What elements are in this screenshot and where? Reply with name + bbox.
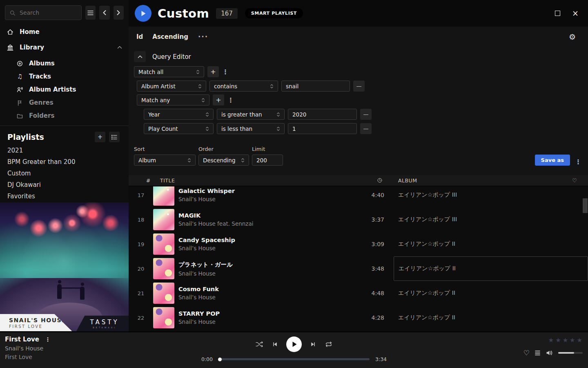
star-icon[interactable]: ★ [548, 337, 554, 344]
add-rule-button[interactable]: + [213, 94, 224, 105]
match-type-select[interactable]: Match any [137, 94, 209, 105]
rule-operator-select[interactable]: contains [209, 81, 278, 92]
star-icon[interactable]: ★ [577, 337, 583, 344]
back-button[interactable] [99, 6, 109, 20]
order-select[interactable]: Descending [198, 155, 249, 166]
rule-field-select[interactable]: Play Count [144, 123, 214, 134]
sidebar-item-home[interactable]: Home [0, 25, 129, 39]
add-playlist-button[interactable]: + [95, 132, 105, 142]
group-menu-button[interactable]: ⋮ [227, 96, 234, 104]
rule-operator-select[interactable]: is greater than [217, 109, 285, 120]
rule-operator-select[interactable]: is less than [217, 123, 285, 134]
play-pause-button[interactable] [286, 337, 302, 352]
chevron-up-icon[interactable] [117, 46, 122, 49]
next-button[interactable] [310, 341, 316, 348]
shuffle-button[interactable] [255, 341, 263, 348]
column-header-album[interactable]: ALBUM [398, 177, 417, 184]
save-as-button[interactable]: Save as [535, 155, 570, 166]
star-icon[interactable]: ★ [555, 337, 561, 344]
limit-input[interactable] [256, 157, 278, 164]
volume-icon[interactable] [546, 350, 553, 356]
rule-value-input[interactable] [286, 83, 345, 90]
add-rule-button[interactable]: + [207, 66, 219, 77]
select-value: Descending [203, 157, 235, 164]
table-row[interactable]: 18 MAGIK Snail’s House feat. Sennzai 3:3… [129, 207, 588, 232]
home-icon [7, 28, 14, 36]
rule-value-field[interactable] [281, 81, 350, 92]
track-album-cell[interactable]: エイリアン☆ポップ III [394, 207, 588, 232]
track-menu-button[interactable]: ⋮ [45, 336, 51, 343]
now-playing-title: First Love [5, 336, 39, 343]
volume-slider[interactable] [558, 352, 583, 354]
track-album-cell[interactable]: エイリアン☆ポップ II [394, 281, 588, 305]
maximize-button[interactable] [555, 11, 560, 16]
previous-button[interactable] [272, 341, 278, 348]
track-album-cell-focused[interactable]: エイリアン☆ポップ II [394, 256, 588, 281]
playlist-item[interactable]: BPM Greater than 200 [0, 156, 129, 168]
playlist-item[interactable]: Favorites [0, 191, 129, 202]
limit-field[interactable] [252, 155, 283, 166]
track-title: プラネット・ガール [178, 261, 357, 269]
repeat-button[interactable] [325, 341, 333, 348]
rule-field-select[interactable]: Album Artist [137, 81, 206, 92]
playlist-item[interactable]: Custom [0, 168, 129, 179]
close-button[interactable]: × [572, 9, 579, 17]
rule-field-select[interactable]: Year [144, 109, 214, 120]
remove-rule-button[interactable]: — [360, 109, 372, 120]
table-row[interactable]: 19 Candy Spaceship Snail’s House 3:09 エイ… [129, 232, 588, 256]
duration-column-icon[interactable] [377, 177, 383, 183]
sidebar-item-albums[interactable]: Albums [0, 57, 129, 70]
star-icon[interactable]: ★ [563, 337, 568, 344]
track-artist: Snail’s House feat. Sennzai [178, 220, 357, 227]
playlist-item[interactable]: 2021 [0, 145, 129, 156]
sidebar-item-album-artists[interactable]: Album Artists [0, 83, 129, 96]
toolbar-more-button[interactable]: ··· [198, 33, 208, 41]
table-row[interactable]: 21 Cosmo Funk Snail’s House 4:48 エイリアン☆ポ… [129, 281, 588, 305]
favorite-button[interactable]: ♡ [523, 349, 530, 357]
track-album: エイリアン☆ポップ II [398, 314, 455, 321]
queue-icon[interactable] [535, 350, 541, 356]
search-input[interactable] [19, 9, 65, 16]
sidebar-item-folders[interactable]: Folders [0, 109, 129, 122]
sort-direction-button[interactable]: Ascending [152, 33, 188, 40]
rule-value-input[interactable] [292, 111, 352, 118]
remove-rule-button[interactable]: — [360, 123, 372, 134]
rule-value-field[interactable] [288, 109, 357, 120]
sidebar-item-library[interactable]: Library [0, 40, 129, 54]
group-menu-button[interactable]: ⋮ [222, 68, 229, 76]
track-album-cell[interactable]: エイリアン☆ポップ III [394, 186, 588, 207]
remove-rule-button[interactable]: — [353, 81, 365, 92]
seek-bar[interactable] [218, 358, 370, 360]
scrollbar-thumb[interactable] [583, 198, 588, 213]
select-updown-icon [270, 83, 274, 89]
seek-handle[interactable] [218, 357, 222, 361]
match-type-select[interactable]: Match all [134, 66, 204, 77]
rating-stars[interactable]: ★ ★ ★ ★ ★ [548, 337, 583, 344]
playlist-item[interactable]: DJ Okawari [0, 179, 129, 191]
favorite-column-icon[interactable]: ♡ [572, 177, 577, 184]
column-header-title[interactable]: TITLE [160, 177, 175, 184]
play-playlist-button[interactable] [135, 5, 151, 22]
column-header-index[interactable]: # [144, 177, 152, 184]
forward-button[interactable] [114, 6, 124, 20]
track-album-cell[interactable]: エイリアン☆ポップ II [394, 232, 588, 256]
table-row[interactable]: 17 Galactic Whisper Snail’s House 4:40 エ… [129, 186, 588, 207]
gear-icon[interactable]: ⚙ [569, 32, 576, 41]
playlist-list-button[interactable] [109, 132, 120, 142]
sidebar-item-genres[interactable]: Genres [0, 96, 129, 109]
track-duration: 4:28 [357, 314, 394, 321]
rule-value-field[interactable] [288, 123, 357, 134]
search-box[interactable] [5, 5, 82, 20]
table-row[interactable]: 20 プラネット・ガール Snail’s House 3:48 エイリアン☆ポッ… [129, 256, 588, 281]
track-artist: Snail’s House [178, 270, 357, 277]
sort-field-button[interactable]: Id [136, 33, 143, 40]
save-menu-button[interactable]: ⋮ [575, 158, 581, 166]
rule-value-input[interactable] [292, 126, 352, 132]
collapse-query-editor-button[interactable] [134, 51, 146, 62]
track-album-cell[interactable]: エイリアン☆ポップ II [394, 305, 588, 330]
sort-select[interactable]: Album [134, 155, 196, 166]
sidebar-item-tracks[interactable]: ♫ Tracks [0, 70, 129, 83]
star-icon[interactable]: ★ [570, 337, 575, 344]
menu-button[interactable] [85, 6, 96, 20]
table-row[interactable]: 22 STARRY POP Snail’s House 4:28 エイリアン☆ポ… [129, 305, 588, 330]
